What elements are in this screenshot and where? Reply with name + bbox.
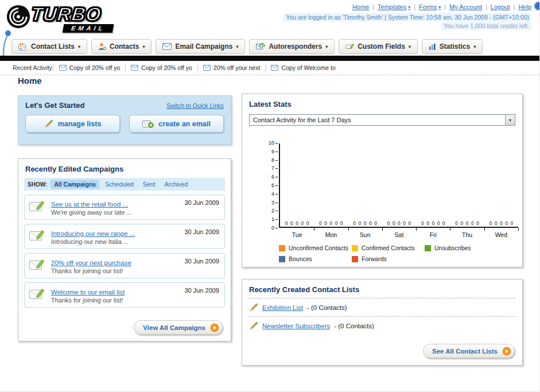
legend-swatch — [425, 245, 431, 251]
campaign-tab-scheduled[interactable]: Scheduled — [102, 180, 137, 189]
legend-swatch — [279, 256, 285, 262]
x-axis-label: Tue — [280, 231, 314, 238]
campaign-list-item[interactable]: See us at the retail food ...We're givin… — [24, 195, 225, 220]
activity-period-select[interactable]: Contact Activity for the Last 7 Days ▼ — [249, 114, 515, 126]
campaign-subtitle: Thanks for joining our list! — [51, 267, 220, 274]
contact-list-item[interactable]: Newsletter Subscribers - (0 Contacts) — [249, 317, 515, 335]
chart-category-group: 00000Wed — [484, 143, 518, 227]
nav-tab-label: Statistics — [440, 42, 470, 51]
envelope-icon — [271, 65, 278, 71]
legend-item-confirmed-contacts: Confirmed Contacts — [352, 244, 425, 251]
campaign-date: 30 Jun 2009 — [184, 228, 219, 235]
top-nav-link-templates[interactable]: Templates▾ — [378, 3, 410, 10]
contact-list-link[interactable]: Newsletter Subscribers — [262, 323, 330, 329]
manage-lists-button[interactable]: manage lists — [25, 115, 120, 133]
campaign-tab-archived[interactable]: Archived — [161, 180, 191, 189]
contact-list: Exhibition List - (0 Contacts)Newsletter… — [242, 298, 522, 335]
recent-activity-item-label: 20% off your next — [213, 64, 261, 71]
chart-value-labels: 00000 — [450, 220, 484, 226]
campaign-title-link[interactable]: 20% off your next purchase — [51, 259, 131, 266]
select-value: Contact Activity for the Last 7 Days — [253, 117, 351, 123]
header: TURBO EMAIL Home|Templates▾|Forms▾|My Ac… — [0, 0, 539, 37]
campaign-title-link[interactable]: Welcome to our email list — [51, 289, 125, 296]
nav-separator: | — [485, 3, 487, 10]
pencil-icon — [44, 119, 53, 129]
create-an-email-button[interactable]: create an email — [129, 115, 224, 133]
nav-tab-custom-fields[interactable]: Custom Fields▾ — [339, 39, 418, 54]
top-nav: Home|Templates▾|Forms▾|My Account|Logout… — [352, 3, 531, 10]
campaign-date: 30 Jun 2009 — [184, 199, 219, 206]
campaign-filter-tabs: SHOW: All CampaignsScheduledSentArchived — [24, 178, 225, 191]
view-all-campaigns-button[interactable]: View All Campaigns — [134, 320, 223, 335]
y-axis-tick-label: 6 — [271, 174, 278, 180]
recent-activity-item[interactable]: Copy of 20% off yo — [131, 64, 192, 71]
credits-status: You have 1,000 total credits left. — [441, 22, 531, 30]
top-nav-link-home[interactable]: Home — [352, 3, 369, 10]
decorative-dot — [534, 2, 540, 10]
chart-category-group: 00000Sun — [348, 143, 382, 227]
divider — [197, 64, 198, 72]
x-axis-label: Mon — [314, 231, 348, 238]
chart-plot-area: 00000Tue00000Mon00000Sun00000Sat00000Fri… — [280, 143, 518, 227]
recent-activity-item[interactable]: 20% off your next — [203, 64, 261, 71]
envelope-pencil-icon — [29, 200, 45, 215]
nav-separator: | — [372, 3, 374, 10]
switch-quick-links-link[interactable]: Switch to Quick Links — [166, 102, 224, 109]
nav-separator: | — [444, 3, 446, 10]
nav-tab-label: Autoresponders — [269, 42, 322, 51]
chart-category-group: 00000Fri — [416, 143, 450, 227]
envelope-pencil-icon — [29, 288, 45, 302]
show-label: SHOW: — [28, 181, 47, 188]
recent-campaigns-panel: Recently Edited Campaigns SHOW: All Camp… — [18, 158, 231, 341]
chevron-down-icon: ▾ — [325, 44, 328, 49]
campaign-subtitle: Thanks for joining our list! — [51, 297, 220, 304]
y-axis-tick-label: 3 — [271, 200, 278, 205]
top-nav-link-help[interactable]: Help — [518, 3, 531, 10]
logo: TURBO EMAIL — [6, 2, 166, 34]
button-label: See All Contact Lists — [432, 348, 498, 355]
top-nav-link-my-account[interactable]: My Account — [449, 3, 482, 10]
activity-chart: 109876543210 00000Tue00000Mon00000Sun000… — [279, 143, 518, 228]
nav-tab-label: Contact Lists — [31, 42, 75, 51]
campaign-list-item[interactable]: Introducing our new range ...Introducing… — [24, 224, 225, 249]
contacts-icon — [98, 42, 106, 51]
chart-value-labels: 00000 — [280, 220, 314, 226]
chevron-down-icon: ▾ — [142, 44, 145, 49]
chart-category-group: 00000Sat — [382, 143, 416, 227]
envelope-icon — [59, 65, 67, 71]
top-nav-link-forms[interactable]: Forms▾ — [419, 3, 441, 10]
pencil-icon — [249, 321, 258, 331]
nav-tab-contact-lists[interactable]: Contact Lists▾ — [11, 39, 87, 54]
y-axis-tick-label: 9 — [271, 149, 278, 154]
nav-tab-statistics[interactable]: Statistics▾ — [422, 39, 483, 54]
x-axis-label: Fri — [416, 231, 450, 238]
top-nav-link-logout[interactable]: Logout — [491, 3, 510, 10]
arrow-circle-icon — [502, 347, 511, 356]
nav-tab-label: Contacts — [110, 42, 139, 51]
campaign-tab-all-campaigns[interactable]: All Campaigns — [50, 180, 99, 189]
envelope-pencil-icon — [29, 229, 45, 244]
nav-tab-autoresponders[interactable]: Autoresponders▾ — [249, 39, 335, 54]
y-axis-tick-label: 8 — [271, 158, 278, 163]
recent-activity-item[interactable]: Copy of Welcome to — [271, 64, 335, 71]
see-all-contact-lists-button[interactable]: See All Contact Lists — [423, 344, 515, 358]
recent-activity-item[interactable]: Copy of 20% off yo — [59, 64, 121, 71]
campaign-list: See us at the retail food ...We're givin… — [18, 195, 231, 308]
campaign-title-link[interactable]: See us at the retail food ... — [51, 201, 128, 208]
contact-list-item[interactable]: Exhibition List - (0 Contacts) — [249, 298, 515, 317]
button-label: View All Campaigns — [143, 324, 205, 331]
y-axis-tick-label: 4 — [271, 192, 278, 197]
campaign-tab-sent[interactable]: Sent — [139, 180, 159, 189]
chevron-down-icon: ▾ — [78, 44, 80, 49]
chart-y-axis: 109876543210 — [262, 141, 278, 231]
statistics-icon — [429, 43, 436, 51]
latest-stats-panel: Latest Stats Contact Activity for the La… — [242, 94, 523, 267]
contact-list-link[interactable]: Exhibition List — [262, 304, 303, 311]
chart-value-labels: 00000 — [382, 220, 416, 226]
campaign-list-item[interactable]: Welcome to our email listThanks for join… — [24, 282, 225, 308]
nav-tab-contacts[interactable]: Contacts▾ — [91, 39, 151, 54]
nav-tab-email-campaigns[interactable]: Email Campaigns▾ — [156, 39, 245, 54]
campaign-list-item[interactable]: 20% off your next purchaseThanks for joi… — [24, 253, 225, 278]
campaign-title-link[interactable]: Introducing our new range ... — [51, 230, 135, 237]
logo-text: TURBO — [30, 3, 102, 25]
